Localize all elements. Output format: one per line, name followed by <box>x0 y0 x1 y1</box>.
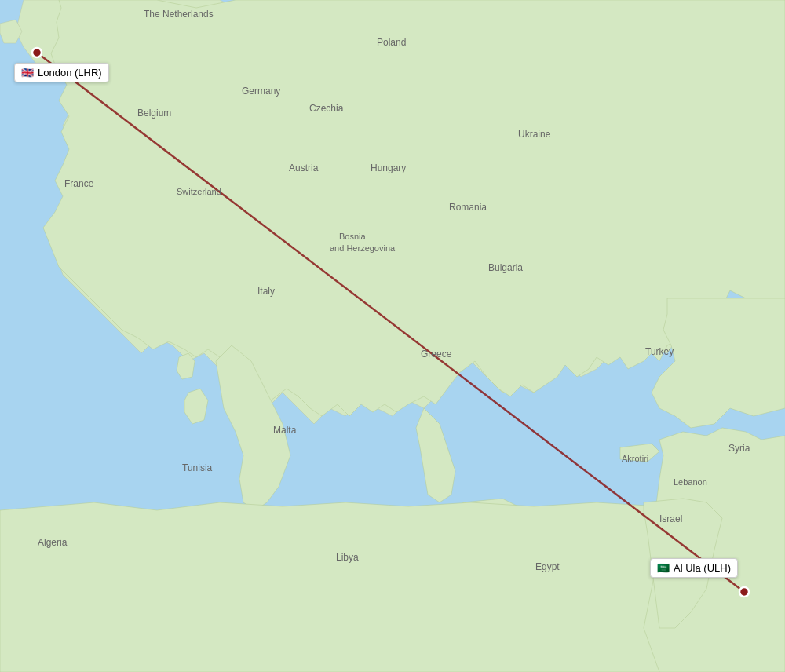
label-germany: Germany <box>242 86 280 97</box>
label-israel: Israel <box>659 513 682 524</box>
label-libya: Libya <box>336 552 359 563</box>
label-lebanon: Lebanon <box>674 477 707 487</box>
label-akrotiri: Akrotiri <box>622 454 648 463</box>
origin-airport-text: London (LHR) <box>38 67 102 79</box>
origin-flag: 🇬🇧 <box>21 67 34 79</box>
label-turkey: Turkey <box>645 346 674 357</box>
label-poland: Poland <box>377 37 406 48</box>
label-tunisia: Tunisia <box>182 462 213 473</box>
label-switzerland: Switzerland <box>177 187 221 196</box>
label-romania: Romania <box>449 202 487 213</box>
label-czechia: Czechia <box>309 103 344 114</box>
label-ukraine: Ukraine <box>518 129 551 140</box>
label-egypt: Egypt <box>535 561 560 572</box>
label-italy: Italy <box>257 286 275 297</box>
label-bulgaria: Bulgaria <box>488 262 523 273</box>
destination-flag: 🇸🇦 <box>657 562 670 574</box>
destination-dot <box>739 587 749 597</box>
map-container: The Netherlands Germany Poland Belgium F… <box>0 0 785 672</box>
label-greece: Greece <box>421 349 452 360</box>
label-bosnia2: and Herzegovina <box>330 243 396 253</box>
label-austria: Austria <box>289 163 319 173</box>
label-malta: Malta <box>273 425 297 436</box>
origin-airport-label: 🇬🇧 London (LHR) <box>14 63 109 82</box>
label-syria: Syria <box>728 443 750 454</box>
label-belgium: Belgium <box>137 108 171 119</box>
destination-airport-label: 🇸🇦 Al Ula (ULH) <box>650 558 738 578</box>
label-france: France <box>64 178 94 189</box>
origin-dot <box>32 48 42 57</box>
label-hungary: Hungary <box>371 163 406 173</box>
label-netherlands: The Netherlands <box>144 9 214 20</box>
destination-airport-text: Al Ula (ULH) <box>674 562 731 574</box>
label-bosnia1: Bosnia <box>339 232 367 241</box>
label-algeria: Algeria <box>38 537 68 548</box>
